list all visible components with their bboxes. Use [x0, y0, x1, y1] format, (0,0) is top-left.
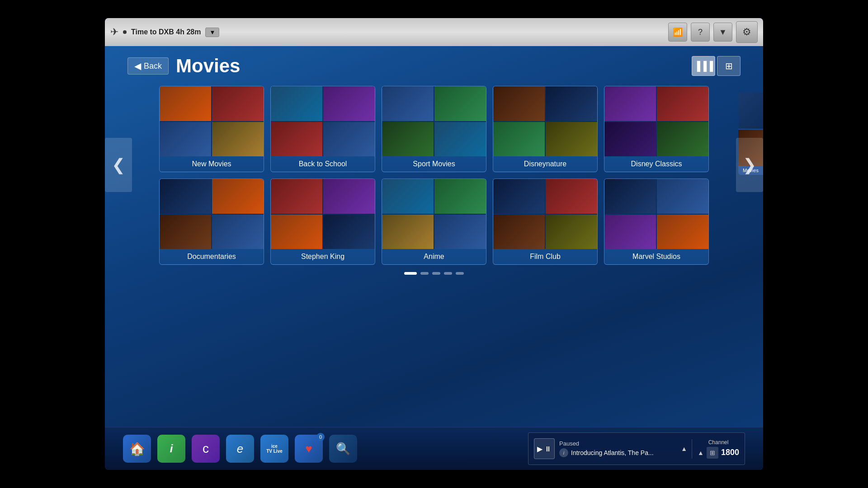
back-label: Back [144, 61, 162, 71]
channel-number: 1800 [721, 448, 739, 457]
play-icon: ▶ ⏸ [537, 445, 552, 453]
category-label-disneynature: Disneynature [493, 156, 597, 172]
category-label-anime: Anime [382, 249, 486, 264]
home-button[interactable]: 🏠 [123, 435, 151, 463]
card-img-documentaries-1 [212, 179, 264, 214]
prev-page-button[interactable]: ❮ [105, 138, 132, 192]
page-header: ◀ Back Movies ▐▐▐ ⊞ [127, 55, 741, 77]
email-icon: e [237, 442, 243, 456]
card-img-new-movies-2 [160, 122, 211, 157]
home-icon: 🏠 [129, 441, 145, 456]
page-dot-4[interactable] [456, 272, 464, 275]
card-img-stephen-king-2 [271, 215, 322, 249]
card-img-marvel-studios-2 [604, 215, 656, 249]
info-icon: i [170, 442, 173, 455]
category-card-film-club[interactable]: Film Club [493, 178, 598, 265]
card-img-marvel-studios-3 [657, 215, 708, 249]
play-pause-button[interactable]: ▶ ⏸ [534, 438, 555, 459]
page-dot-0[interactable] [404, 272, 417, 275]
card-img-new-movies-3 [212, 122, 264, 157]
category-card-new-movies[interactable]: New Movies [159, 86, 264, 172]
signal-icon[interactable]: 📶 [668, 23, 687, 42]
card-img-film-club-1 [546, 179, 597, 214]
card-img-back-to-school-2 [271, 122, 322, 157]
card-img-disneynature-3 [546, 122, 597, 157]
card-img-documentaries-3 [212, 215, 264, 249]
info-button[interactable]: i [157, 435, 185, 463]
channel-section: Channel ▲ ⊞ 1800 [692, 439, 739, 459]
list-view-button[interactable]: ▐▐▐ [692, 56, 715, 76]
card-img-disneynature-1 [546, 86, 597, 121]
category-card-sport-movies[interactable]: Sport Movies [382, 86, 486, 172]
right-arrow-icon: ❯ [743, 155, 756, 174]
player-status: Paused [559, 440, 676, 447]
settings-button[interactable]: ⚙ [736, 21, 758, 43]
heart-icon: ♥ [305, 442, 312, 456]
card-img-anime-1 [434, 179, 486, 214]
card-img-sport-movies-2 [382, 122, 434, 157]
back-arrow-icon: ◀ [134, 61, 141, 71]
page-dot-3[interactable] [444, 272, 452, 275]
player-info: Paused i Introducing Atlantis, The Pa... [559, 440, 676, 457]
category-label-new-movies: New Movies [160, 156, 264, 172]
pagination [127, 272, 741, 275]
next-page-button[interactable]: ❯ [736, 138, 763, 192]
card-img-film-club-2 [493, 215, 545, 249]
tv-live-button[interactable]: ice TV Live [260, 435, 288, 463]
movies-grid: New MoviesBack to SchoolSport MoviesDisn… [127, 86, 741, 265]
plane-icon: ✈ [110, 26, 118, 38]
flight-info: Time to DXB 4h 28m [131, 28, 201, 36]
card-img-anime-3 [434, 215, 486, 249]
page-dot-1[interactable] [420, 272, 429, 275]
channel-grid-icon: ⊞ [707, 447, 718, 459]
card-img-marvel-studios-1 [657, 179, 708, 214]
player-track: i Introducing Atlantis, The Pa... [559, 448, 676, 457]
category-card-documentaries[interactable]: Documentaries [159, 178, 264, 265]
grid-view-icon: ⊞ [725, 61, 733, 71]
category-card-back-to-school[interactable]: Back to School [270, 86, 375, 172]
channel-up-button[interactable]: ▲ [698, 449, 704, 456]
player-info-icon: i [559, 448, 568, 457]
screen: ✈ Time to DXB 4h 28m ▼ 📶 ? ▼ ⚙ ◀ Back Mo… [105, 18, 763, 470]
status-dot [123, 30, 127, 34]
card-img-documentaries-0 [160, 179, 211, 214]
card-img-new-movies-1 [212, 86, 264, 121]
player-scroll-up[interactable]: ▲ [681, 445, 687, 452]
card-img-anime-2 [382, 215, 434, 249]
channel-label: Channel [698, 439, 739, 446]
page-dot-2[interactable] [432, 272, 440, 275]
tv-live-label: ice TV Live [266, 444, 283, 454]
top-bar: ✈ Time to DXB 4h 28m ▼ 📶 ? ▼ ⚙ [105, 18, 763, 46]
search-icon: 🔍 [336, 442, 350, 456]
email-button[interactable]: e [226, 435, 254, 463]
card-img-film-club-3 [546, 215, 597, 249]
channel-controls: ▲ ⊞ 1800 [698, 447, 739, 459]
view-toggle: ▐▐▐ ⊞ [692, 56, 741, 76]
back-button[interactable]: ◀ Back [127, 57, 169, 75]
category-card-disneynature[interactable]: Disneynature [493, 86, 598, 172]
category-card-anime[interactable]: Anime [382, 178, 486, 265]
category-card-disney-classics[interactable]: Disney Classics [604, 86, 709, 172]
card-img-documentaries-2 [160, 215, 211, 249]
grid-view-button[interactable]: ⊞ [717, 56, 741, 76]
card-img-new-movies-0 [160, 86, 211, 121]
card-img-back-to-school-0 [271, 86, 322, 121]
camera-button[interactable]: c [192, 435, 220, 463]
track-name: Introducing Atlantis, The Pa... [571, 449, 654, 456]
search-button[interactable]: 🔍 [329, 435, 357, 463]
flight-dropdown[interactable]: ▼ [205, 28, 219, 37]
card-img-disney-classics-1 [657, 86, 708, 121]
camera-icon: c [203, 441, 209, 456]
card-img-back-to-school-3 [323, 122, 375, 157]
help-button[interactable]: ? [691, 23, 710, 42]
category-card-marvel-studios[interactable]: Marvel Studios [604, 178, 709, 265]
category-label-back-to-school: Back to School [271, 156, 375, 172]
category-label-film-club: Film Club [493, 249, 597, 264]
favorites-button[interactable]: ♥ 0 [295, 435, 323, 463]
top-bar-right: 📶 ? ▼ ⚙ [668, 21, 758, 43]
category-label-sport-movies: Sport Movies [382, 156, 486, 172]
category-card-stephen-king[interactable]: Stephen King [270, 178, 375, 265]
topbar-dropdown-button[interactable]: ▼ [713, 23, 732, 42]
bottom-bar: 🏠 i c e ice TV Live ♥ 0 🔍 ▶ ⏸ [105, 427, 763, 470]
card-img-marvel-studios-0 [604, 179, 656, 214]
